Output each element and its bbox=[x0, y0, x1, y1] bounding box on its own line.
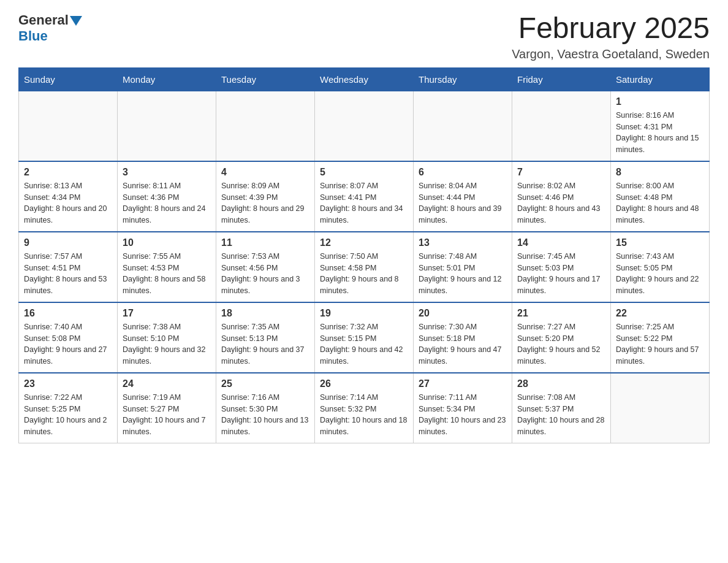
day-number: 20 bbox=[419, 308, 507, 319]
day-number: 12 bbox=[320, 237, 408, 248]
day-info: Sunrise: 8:11 AMSunset: 4:36 PMDaylight:… bbox=[123, 180, 211, 226]
weekday-header-sunday: Sunday bbox=[19, 67, 118, 91]
day-number: 6 bbox=[419, 167, 507, 178]
location: Vargon, Vaestra Goetaland, Sweden bbox=[512, 47, 710, 61]
calendar-cell bbox=[315, 91, 414, 161]
day-number: 9 bbox=[24, 237, 112, 248]
calendar-week-row: 2Sunrise: 8:13 AMSunset: 4:34 PMDaylight… bbox=[19, 161, 710, 232]
calendar-week-row: 23Sunrise: 7:22 AMSunset: 5:25 PMDayligh… bbox=[19, 373, 710, 443]
day-number: 11 bbox=[221, 237, 309, 248]
weekday-header-saturday: Saturday bbox=[611, 67, 710, 91]
day-info: Sunrise: 7:11 AMSunset: 5:34 PMDaylight:… bbox=[419, 392, 507, 438]
calendar-cell: 25Sunrise: 7:16 AMSunset: 5:30 PMDayligh… bbox=[216, 373, 315, 443]
day-number: 10 bbox=[123, 237, 211, 248]
day-number: 5 bbox=[320, 167, 408, 178]
day-number: 25 bbox=[221, 378, 309, 389]
weekday-header-tuesday: Tuesday bbox=[216, 67, 315, 91]
weekday-header-wednesday: Wednesday bbox=[315, 67, 414, 91]
day-info: Sunrise: 7:08 AMSunset: 5:37 PMDaylight:… bbox=[517, 392, 605, 438]
calendar-cell: 22Sunrise: 7:25 AMSunset: 5:22 PMDayligh… bbox=[611, 302, 710, 373]
day-number: 28 bbox=[517, 378, 605, 389]
calendar-cell bbox=[118, 91, 216, 161]
day-number: 18 bbox=[221, 308, 309, 319]
day-info: Sunrise: 7:50 AMSunset: 4:58 PMDaylight:… bbox=[320, 251, 408, 297]
day-number: 17 bbox=[123, 308, 211, 319]
calendar-cell: 15Sunrise: 7:43 AMSunset: 5:05 PMDayligh… bbox=[611, 232, 710, 302]
day-info: Sunrise: 8:13 AMSunset: 4:34 PMDaylight:… bbox=[24, 180, 112, 226]
day-number: 3 bbox=[123, 167, 211, 178]
calendar-cell bbox=[414, 91, 512, 161]
day-number: 14 bbox=[517, 237, 605, 248]
calendar-cell: 9Sunrise: 7:57 AMSunset: 4:51 PMDaylight… bbox=[19, 232, 118, 302]
weekday-header-thursday: Thursday bbox=[414, 67, 512, 91]
calendar-cell: 10Sunrise: 7:55 AMSunset: 4:53 PMDayligh… bbox=[118, 232, 216, 302]
day-info: Sunrise: 8:07 AMSunset: 4:41 PMDaylight:… bbox=[320, 180, 408, 226]
weekday-header-monday: Monday bbox=[118, 67, 216, 91]
day-number: 26 bbox=[320, 378, 408, 389]
calendar-cell bbox=[512, 91, 611, 161]
calendar-cell: 7Sunrise: 8:02 AMSunset: 4:46 PMDaylight… bbox=[512, 161, 611, 232]
day-number: 21 bbox=[517, 308, 605, 319]
day-info: Sunrise: 8:16 AMSunset: 4:31 PMDaylight:… bbox=[616, 110, 704, 156]
calendar-cell: 23Sunrise: 7:22 AMSunset: 5:25 PMDayligh… bbox=[19, 373, 118, 443]
calendar-week-row: 16Sunrise: 7:40 AMSunset: 5:08 PMDayligh… bbox=[19, 302, 710, 373]
calendar-table: SundayMondayTuesdayWednesdayThursdayFrid… bbox=[18, 67, 710, 443]
calendar-week-row: 1Sunrise: 8:16 AMSunset: 4:31 PMDaylight… bbox=[19, 91, 710, 161]
day-number: 24 bbox=[123, 378, 211, 389]
title-section: February 2025 Vargon, Vaestra Goetaland,… bbox=[512, 12, 710, 61]
calendar-cell: 11Sunrise: 7:53 AMSunset: 4:56 PMDayligh… bbox=[216, 232, 315, 302]
day-info: Sunrise: 7:19 AMSunset: 5:27 PMDaylight:… bbox=[123, 392, 211, 438]
calendar-cell: 8Sunrise: 8:00 AMSunset: 4:48 PMDaylight… bbox=[611, 161, 710, 232]
calendar-cell bbox=[216, 91, 315, 161]
calendar-cell: 3Sunrise: 8:11 AMSunset: 4:36 PMDaylight… bbox=[118, 161, 216, 232]
calendar-cell: 4Sunrise: 8:09 AMSunset: 4:39 PMDaylight… bbox=[216, 161, 315, 232]
month-title: February 2025 bbox=[512, 12, 710, 45]
calendar-week-row: 9Sunrise: 7:57 AMSunset: 4:51 PMDaylight… bbox=[19, 232, 710, 302]
calendar-cell: 5Sunrise: 8:07 AMSunset: 4:41 PMDaylight… bbox=[315, 161, 414, 232]
svg-marker-0 bbox=[70, 16, 82, 26]
day-number: 15 bbox=[616, 237, 704, 248]
calendar-cell: 13Sunrise: 7:48 AMSunset: 5:01 PMDayligh… bbox=[414, 232, 512, 302]
calendar-cell bbox=[19, 91, 118, 161]
day-number: 8 bbox=[616, 167, 704, 178]
day-info: Sunrise: 7:38 AMSunset: 5:10 PMDaylight:… bbox=[123, 321, 211, 367]
day-info: Sunrise: 7:40 AMSunset: 5:08 PMDaylight:… bbox=[24, 321, 112, 367]
calendar-cell: 21Sunrise: 7:27 AMSunset: 5:20 PMDayligh… bbox=[512, 302, 611, 373]
calendar-cell: 12Sunrise: 7:50 AMSunset: 4:58 PMDayligh… bbox=[315, 232, 414, 302]
day-number: 23 bbox=[24, 378, 112, 389]
calendar-cell: 20Sunrise: 7:30 AMSunset: 5:18 PMDayligh… bbox=[414, 302, 512, 373]
day-info: Sunrise: 7:30 AMSunset: 5:18 PMDaylight:… bbox=[419, 321, 507, 367]
calendar-cell: 16Sunrise: 7:40 AMSunset: 5:08 PMDayligh… bbox=[19, 302, 118, 373]
day-number: 4 bbox=[221, 167, 309, 178]
day-number: 1 bbox=[616, 96, 704, 107]
day-info: Sunrise: 7:35 AMSunset: 5:13 PMDaylight:… bbox=[221, 321, 309, 367]
calendar-cell: 1Sunrise: 8:16 AMSunset: 4:31 PMDaylight… bbox=[611, 91, 710, 161]
day-info: Sunrise: 7:32 AMSunset: 5:15 PMDaylight:… bbox=[320, 321, 408, 367]
day-info: Sunrise: 7:57 AMSunset: 4:51 PMDaylight:… bbox=[24, 251, 112, 297]
calendar-cell: 6Sunrise: 8:04 AMSunset: 4:44 PMDaylight… bbox=[414, 161, 512, 232]
day-info: Sunrise: 8:04 AMSunset: 4:44 PMDaylight:… bbox=[419, 180, 507, 226]
logo: General Blue bbox=[18, 12, 82, 44]
calendar-cell: 28Sunrise: 7:08 AMSunset: 5:37 PMDayligh… bbox=[512, 373, 611, 443]
day-number: 7 bbox=[517, 167, 605, 178]
day-info: Sunrise: 7:27 AMSunset: 5:20 PMDaylight:… bbox=[517, 321, 605, 367]
calendar-cell: 24Sunrise: 7:19 AMSunset: 5:27 PMDayligh… bbox=[118, 373, 216, 443]
day-info: Sunrise: 7:53 AMSunset: 4:56 PMDaylight:… bbox=[221, 251, 309, 297]
day-info: Sunrise: 7:16 AMSunset: 5:30 PMDaylight:… bbox=[221, 392, 309, 438]
day-info: Sunrise: 8:09 AMSunset: 4:39 PMDaylight:… bbox=[221, 180, 309, 226]
logo-triangle-icon bbox=[70, 16, 82, 26]
day-info: Sunrise: 8:02 AMSunset: 4:46 PMDaylight:… bbox=[517, 180, 605, 226]
logo-general: General bbox=[18, 12, 69, 28]
day-number: 22 bbox=[616, 308, 704, 319]
day-info: Sunrise: 7:25 AMSunset: 5:22 PMDaylight:… bbox=[616, 321, 704, 367]
logo-blue: Blue bbox=[18, 28, 48, 44]
calendar-cell: 18Sunrise: 7:35 AMSunset: 5:13 PMDayligh… bbox=[216, 302, 315, 373]
calendar-cell: 14Sunrise: 7:45 AMSunset: 5:03 PMDayligh… bbox=[512, 232, 611, 302]
day-number: 19 bbox=[320, 308, 408, 319]
calendar-cell: 19Sunrise: 7:32 AMSunset: 5:15 PMDayligh… bbox=[315, 302, 414, 373]
day-info: Sunrise: 7:14 AMSunset: 5:32 PMDaylight:… bbox=[320, 392, 408, 438]
day-info: Sunrise: 7:55 AMSunset: 4:53 PMDaylight:… bbox=[123, 251, 211, 297]
calendar-cell: 2Sunrise: 8:13 AMSunset: 4:34 PMDaylight… bbox=[19, 161, 118, 232]
day-info: Sunrise: 7:48 AMSunset: 5:01 PMDaylight:… bbox=[419, 251, 507, 297]
day-number: 2 bbox=[24, 167, 112, 178]
